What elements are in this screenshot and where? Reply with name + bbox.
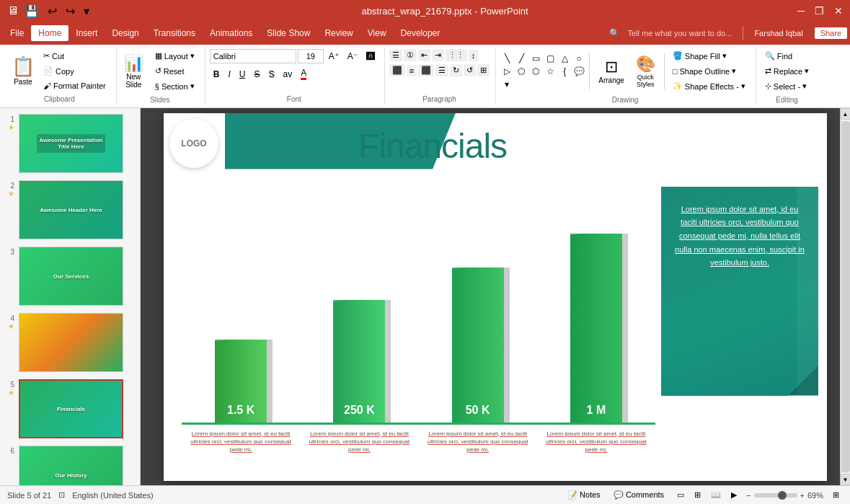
italic-button[interactable]: I [224, 68, 234, 81]
font-size-input[interactable] [298, 49, 324, 63]
restore-button[interactable]: ❐ [815, 5, 824, 17]
slide-sorter-button[interactable]: ⊞ [691, 489, 704, 501]
font-color-button[interactable]: A [297, 66, 310, 81]
menu-slideshow[interactable]: Slide Show [260, 25, 317, 41]
zoom-level[interactable]: 69% [807, 491, 823, 500]
shape-pentagon[interactable]: ⬠ [515, 66, 528, 77]
find-button[interactable]: 🔍 Find [761, 49, 813, 63]
slide-thumb-4[interactable]: 4 ★ [3, 311, 137, 373]
justify-button[interactable]: ☰ [435, 64, 448, 76]
slide-thumb-6[interactable]: 6 ★ Our History [3, 444, 137, 485]
bullets-button[interactable]: ☰ [389, 49, 402, 61]
copy-button[interactable]: 📄 Copy [39, 64, 110, 78]
notes-button[interactable]: 📝 Notes [564, 489, 604, 501]
scroll-down-button[interactable]: ▼ [841, 474, 851, 485]
comments-button[interactable]: 💬 Comments [610, 489, 668, 501]
align-left-button[interactable]: ⬛ [389, 64, 405, 76]
menu-insert[interactable]: Insert [68, 25, 105, 41]
new-slide-button[interactable]: 📊 New Slide [121, 53, 146, 90]
smart-art-button[interactable]: ⊞ [477, 64, 490, 76]
strikethrough-button[interactable]: S [250, 68, 263, 81]
reset-button[interactable]: ↺ Reset [151, 64, 199, 78]
menu-transitions[interactable]: Transitions [146, 25, 203, 41]
shape-outline-button[interactable]: □ Shape Outline ▾ [668, 64, 750, 78]
shape-triangle[interactable]: △ [558, 53, 571, 64]
slide-thumb-5[interactable]: 5 ★ Financials [3, 378, 137, 440]
shape-line2[interactable]: ╱ [515, 53, 528, 64]
grow-font-button[interactable]: A⁺ [325, 50, 342, 63]
shadow-button[interactable]: S [265, 68, 278, 81]
underline-button[interactable]: U [236, 68, 249, 81]
bar-value-1: 1.5 K [227, 404, 254, 417]
menu-design[interactable]: Design [105, 25, 146, 41]
menu-review[interactable]: Review [317, 25, 360, 41]
undo-button[interactable]: ↩ [45, 3, 60, 19]
paste-button[interactable]: 📋 Paste [9, 54, 37, 87]
slide-thumb-3[interactable]: 3 ★ Our Services [3, 245, 137, 307]
cut-button[interactable]: ✂ Cut [39, 49, 110, 63]
bold-button[interactable]: B [210, 68, 223, 81]
indent-less-button[interactable]: ⇤ [418, 49, 430, 61]
vertical-scrollbar[interactable]: ▲ ▼ [840, 108, 850, 485]
reading-view-button[interactable]: 📖 [707, 489, 725, 501]
slide-thumb-1[interactable]: 1 ★ Awesome PresentationTitle Here [3, 112, 137, 174]
shape-star[interactable]: ☆ [544, 66, 557, 77]
clear-format-button[interactable]: 🅰 [363, 50, 378, 63]
shrink-font-button[interactable]: A⁻ [344, 50, 361, 63]
select-button[interactable]: ⊹ Select - ▾ [761, 79, 813, 93]
shape-arrow[interactable]: ▷ [500, 66, 513, 77]
main-area: 1 ★ Awesome PresentationTitle Here 2 ★ A… [0, 108, 850, 485]
align-center-button[interactable]: ≡ [407, 65, 417, 76]
shape-round-rect[interactable]: ▢ [544, 53, 557, 64]
replace-button[interactable]: ⇄ Replace ▾ [761, 64, 813, 78]
close-button[interactable]: ✕ [834, 5, 843, 17]
menu-developer[interactable]: Developer [394, 25, 448, 41]
menu-home[interactable]: Home [31, 25, 68, 41]
zoom-minus-button[interactable]: − [746, 491, 751, 500]
rtl2-button[interactable]: ↺ [464, 64, 476, 76]
rtl-button[interactable]: ↻ [450, 64, 462, 76]
minimize-button[interactable]: ─ [797, 5, 805, 17]
redo-button[interactable]: ↪ [63, 3, 78, 19]
shape-fill-button[interactable]: 🪣 Shape Fill ▾ [668, 49, 750, 63]
shape-octagon[interactable]: ⬡ [529, 66, 542, 77]
shape-brace[interactable]: { [558, 66, 571, 77]
zoom-plus-button[interactable]: + [800, 491, 805, 500]
indent-more-button[interactable]: ⇥ [432, 49, 444, 61]
quick-styles-button[interactable]: 🎨 Quick Styles [631, 53, 660, 90]
shape-line[interactable]: ╲ [500, 53, 513, 64]
save-button[interactable]: 💾 [22, 3, 42, 19]
shape-callout[interactable]: 💬 [572, 66, 585, 77]
customize-qa-button[interactable]: ▾ [81, 3, 92, 19]
normal-view-button[interactable]: ▭ [673, 489, 688, 501]
shape-effects-button[interactable]: ✨ Shape Effects - ▾ [668, 79, 750, 93]
slideshow-button[interactable]: ▶ [727, 489, 740, 501]
menu-view[interactable]: View [360, 25, 394, 41]
scroll-thumb[interactable] [841, 121, 850, 472]
para-row2: ⬛ ≡ ⬛ ☰ ↻ ↺ ⊞ [389, 64, 490, 76]
format-painter-button[interactable]: 🖌 Format Painter [39, 79, 110, 92]
menu-animations[interactable]: Animations [203, 25, 260, 41]
shape-rect[interactable]: ▭ [529, 53, 542, 64]
shape-circle[interactable]: ○ [572, 53, 585, 64]
slide-panel[interactable]: 1 ★ Awesome PresentationTitle Here 2 ★ A… [0, 108, 141, 485]
arrange-button[interactable]: ⊡ Arrange [593, 56, 629, 87]
font-family-input[interactable] [210, 49, 296, 63]
line-spacing-button[interactable]: ↕ [469, 50, 479, 61]
fit-window-button[interactable]: ⊞ [829, 489, 843, 501]
share-button[interactable]: Share [815, 27, 847, 39]
slide-thumb-2[interactable]: 2 ★ Awesome Header Here [3, 179, 137, 241]
slide-info: Slide 5 of 21 [7, 491, 51, 500]
canvas-area[interactable]: ▲ ▼ LOGO Financials [141, 108, 850, 485]
menu-file[interactable]: File [3, 25, 31, 41]
char-spacing-button[interactable]: av [280, 68, 296, 81]
shape-more[interactable]: ▾ [500, 79, 513, 90]
section-button[interactable]: § Section ▾ [151, 79, 199, 93]
numbering-button[interactable]: ① [404, 49, 417, 61]
zoom-slider[interactable] [754, 493, 797, 498]
align-right-button[interactable]: ⬛ [418, 64, 434, 76]
columns-button[interactable]: ⋮⋮ [446, 49, 467, 61]
scroll-up-button[interactable]: ▲ [841, 108, 851, 120]
drawing-div2 [664, 53, 665, 89]
layout-button[interactable]: ▦ Layout ▾ [151, 49, 199, 63]
